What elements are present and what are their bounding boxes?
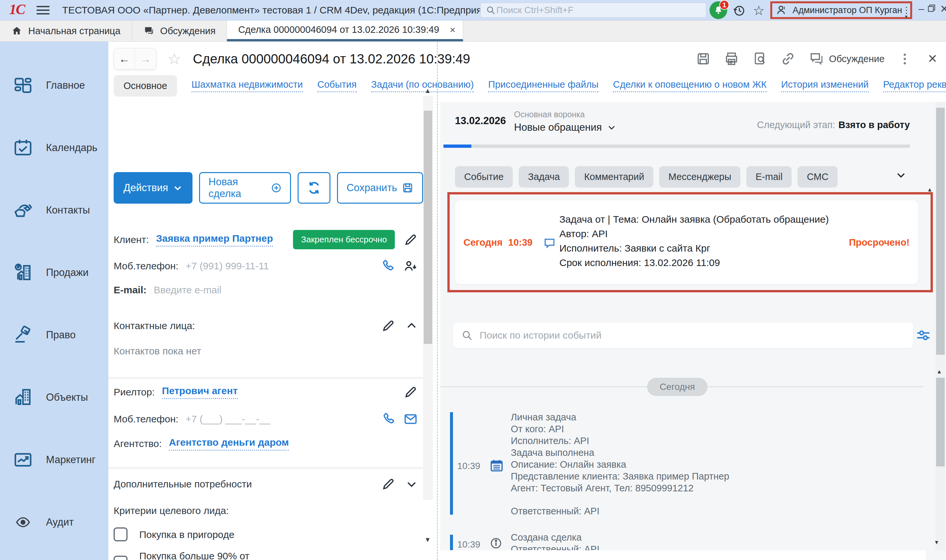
realtor-phone-input[interactable]: [186, 414, 323, 425]
current-user-label[interactable]: Администратор ОП Курган: [792, 5, 902, 15]
sidebar-item-marketing[interactable]: Маркетинг: [0, 429, 108, 491]
scroll-up-arrow[interactable]: ▲: [937, 369, 942, 375]
tab-discussions[interactable]: Обсуждения: [132, 20, 227, 42]
current-user-annotation-box: Администратор ОП Курган ▾: [770, 1, 912, 19]
calendar-icon: [11, 138, 35, 158]
funnel-stage-select[interactable]: Новые обращения: [514, 122, 616, 133]
tab-deal[interactable]: Сделка 000000046094 от 13.02.2026 10:39:…: [227, 20, 463, 42]
composer-collapse-chevron-icon[interactable]: [895, 169, 907, 181]
favorites-star-icon[interactable]: ☆: [752, 3, 766, 18]
main-menu-icon[interactable]: [37, 4, 49, 17]
sidebar-item-main[interactable]: Главное: [0, 54, 108, 117]
sidebar-item-calendar[interactable]: Календарь: [0, 117, 108, 179]
edit-contacts-pencil-icon[interactable]: [381, 318, 395, 333]
user-menu-icon[interactable]: ▾: [906, 5, 907, 16]
actions-button[interactable]: Действия: [114, 172, 192, 204]
crm-app-window: 1С ТЕСТОВАЯ ООО «Партнер. Девелопмент» т…: [0, 0, 946, 560]
scroll-down-arrow[interactable]: ▼: [425, 536, 431, 543]
sidebar-item-objects[interactable]: Объекты: [0, 366, 108, 429]
add-contact-icon[interactable]: [403, 259, 418, 273]
tab-change-history[interactable]: История изменений: [781, 79, 869, 92]
task-time: 10:39: [508, 237, 532, 248]
panel-bottom-edge: [440, 550, 926, 560]
global-search-input[interactable]: [496, 5, 701, 15]
sidebar-item-sales[interactable]: Продажи: [0, 242, 108, 304]
collapse-contacts-chevron-icon[interactable]: [405, 320, 418, 332]
agency-row: Агентство: Агентство деньги даром: [114, 437, 289, 451]
realtor-link[interactable]: Петрович агент: [162, 385, 238, 399]
forward-button[interactable]: →: [135, 48, 156, 69]
print-preview-icon[interactable]: [752, 51, 767, 66]
print-icon[interactable]: [724, 51, 739, 66]
global-search[interactable]: [480, 3, 706, 18]
scroll-down-arrow[interactable]: ▼: [934, 539, 940, 546]
notification-bell-icon[interactable]: 1: [709, 1, 727, 19]
sidebar-item-contacts[interactable]: Контакты: [0, 179, 108, 242]
discussion-button[interactable]: Обсуждение: [809, 51, 884, 66]
close-window-button[interactable]: ✕: [938, 3, 946, 15]
checkbox-suburb[interactable]: [114, 528, 128, 541]
refresh-button[interactable]: [298, 172, 330, 204]
more-menu-icon[interactable]: [904, 54, 906, 65]
form-scrollbar[interactable]: [423, 96, 433, 500]
minimize-button[interactable]: –: [915, 3, 928, 15]
realtor-row: Риелтор: Петрович агент: [114, 385, 418, 399]
tab-events[interactable]: События: [317, 79, 357, 92]
agency-link[interactable]: Агентство деньги даром: [169, 437, 289, 451]
active-task-card[interactable]: Сегодня 10:39 Задача от | Тема: Онлайн з…: [455, 200, 918, 284]
sales-building-icon: [11, 262, 35, 283]
get-link-icon[interactable]: [780, 51, 795, 66]
client-phone-input[interactable]: [186, 260, 323, 272]
open-windows-tabbar: Начальная страница Обсуждения Сделка 000…: [0, 20, 946, 42]
client-email-input[interactable]: [154, 285, 292, 295]
history-search[interactable]: [453, 323, 913, 348]
save-button[interactable]: Сохранить: [337, 172, 423, 204]
scroll-up-arrow[interactable]: ▲: [927, 186, 932, 193]
back-button[interactable]: ←: [114, 48, 135, 69]
activity-scrollbar[interactable]: [935, 102, 945, 550]
sms-button[interactable]: СМС: [798, 166, 838, 188]
history-search-input[interactable]: [480, 330, 906, 341]
client-row: Клиент: Заявка пример Партнер Закреплен …: [114, 230, 418, 249]
close-form-icon[interactable]: ✕: [928, 52, 937, 66]
pinned-badge: Закреплен бессрочно: [293, 230, 395, 249]
event-time: 10:39: [457, 461, 480, 471]
task-button[interactable]: Задача: [518, 166, 569, 188]
call-realtor-phone-icon[interactable]: [382, 412, 396, 426]
favorite-star-icon[interactable]: ☆: [168, 50, 181, 68]
timeline-event-body[interactable]: Личная задача От кого: API Исполнитель: …: [511, 411, 729, 517]
edit-client-pencil-icon[interactable]: [403, 232, 418, 247]
tab-home[interactable]: Начальная страница: [0, 20, 132, 42]
expand-needs-chevron-icon[interactable]: [405, 478, 418, 490]
tab-attr-editor[interactable]: Редактор реквизитов объекта: [883, 79, 946, 92]
overdue-badge: Просрочено!: [849, 237, 909, 248]
close-tab-icon[interactable]: ×: [450, 24, 455, 35]
email-realtor-icon[interactable]: [403, 412, 418, 426]
main-sidebar: Главное Календарь Контакты Продажи Право: [0, 42, 108, 560]
search-icon: [460, 329, 474, 342]
client-link[interactable]: Заявка пример Партнер: [156, 233, 273, 247]
edit-needs-pencil-icon[interactable]: [381, 477, 395, 491]
checkbox-90pct[interactable]: [114, 556, 128, 560]
scroll-up-arrow[interactable]: ▲: [425, 87, 431, 95]
tab-new-complex-deals[interactable]: Сделки к оповещению о новом ЖК: [613, 79, 767, 92]
buildings-icon: [11, 387, 35, 408]
messengers-button[interactable]: Мессенджеры: [659, 166, 740, 188]
new-deal-button[interactable]: Новая сделка: [199, 172, 291, 204]
comment-button[interactable]: Комментарий: [575, 166, 653, 188]
tab-tasks[interactable]: Задачи (по основанию): [371, 79, 474, 92]
edit-realtor-pencil-icon[interactable]: [403, 385, 418, 399]
event-button[interactable]: Событие: [455, 166, 513, 188]
save-icon[interactable]: [696, 51, 711, 66]
home-icon: [11, 25, 22, 37]
email-button[interactable]: E-mail: [746, 166, 792, 188]
call-phone-icon[interactable]: [381, 259, 395, 273]
sidebar-item-legal[interactable]: Право: [0, 304, 108, 366]
sidebar-item-audit[interactable]: Аудит: [0, 491, 108, 554]
tab-attached-files[interactable]: Присоединенные файлы: [488, 79, 598, 92]
history-icon[interactable]: [732, 3, 746, 18]
panel-splitter[interactable]: [437, 42, 438, 560]
history-filter-icon[interactable]: [915, 327, 932, 343]
tab-main[interactable]: Основное: [114, 75, 177, 97]
tab-chess-board[interactable]: Шахматка недвижимости: [191, 79, 303, 92]
